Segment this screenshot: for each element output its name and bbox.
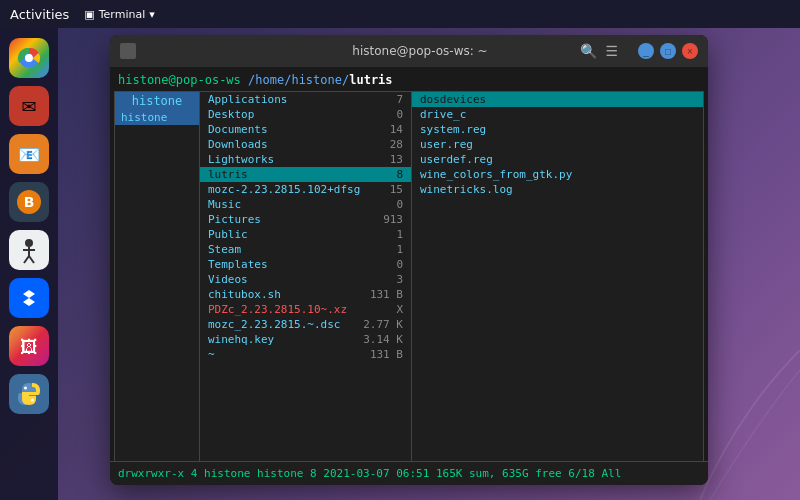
corner-design bbox=[700, 350, 800, 500]
dir-item[interactable]: winehq.key3.14 K bbox=[200, 332, 411, 347]
dir-count: 3.14 K bbox=[363, 333, 403, 346]
prompt-path: /home/histone/ bbox=[248, 73, 349, 87]
dir-count: 3 bbox=[396, 273, 403, 286]
status-text: drwxrwxr-x 4 histone histone 8 2021-03-0… bbox=[118, 467, 621, 480]
bookmarks-column: histone histone bbox=[115, 92, 200, 461]
dir-count: 131 B bbox=[370, 288, 403, 301]
dir-name: mozc_2.23.2815.~.dsc bbox=[208, 318, 340, 331]
dir-count: 1 bbox=[396, 243, 403, 256]
dir-item[interactable]: mozc_2.23.2815.~.dsc2.77 K bbox=[200, 317, 411, 332]
dir-count: 131 B bbox=[370, 348, 403, 361]
dir-name: ~ bbox=[208, 348, 215, 361]
dir-item[interactable]: chitubox.sh131 B bbox=[200, 287, 411, 302]
directories-column: Applications7Desktop0Documents14Download… bbox=[200, 92, 412, 461]
dir-name: Desktop bbox=[208, 108, 254, 121]
top-bar: Activities ▣ Terminal ▾ bbox=[0, 0, 800, 28]
dock-icon-chrome[interactable] bbox=[9, 38, 49, 78]
dir-item[interactable]: Lightworks13 bbox=[200, 152, 411, 167]
files-column: dosdevicesdrive_csystem.reguser.reguserd… bbox=[412, 92, 703, 461]
bookmark-header: histone bbox=[115, 92, 199, 110]
dir-name: Videos bbox=[208, 273, 248, 286]
prompt-host: histone@pop-os-ws bbox=[118, 73, 241, 87]
dir-count: 913 bbox=[383, 213, 403, 226]
dir-count: 28 bbox=[390, 138, 403, 151]
prompt-dir: lutris bbox=[349, 73, 392, 87]
dir-name: Pictures bbox=[208, 213, 261, 226]
dir-count: 0 bbox=[396, 198, 403, 211]
activities-button[interactable]: Activities bbox=[10, 7, 69, 22]
terminal-statusbar: drwxrwxr-x 4 histone histone 8 2021-03-0… bbox=[110, 461, 708, 485]
dir-item[interactable]: ~131 B bbox=[200, 347, 411, 362]
dock-icon-mail2[interactable]: 📧 bbox=[9, 134, 49, 174]
dir-item[interactable]: Public1 bbox=[200, 227, 411, 242]
dir-item[interactable]: Desktop0 bbox=[200, 107, 411, 122]
terminal-title-icon bbox=[120, 43, 136, 59]
svg-marker-9 bbox=[23, 290, 35, 306]
dir-item[interactable]: PDZc_2.23.2815.10~.xzX bbox=[200, 302, 411, 317]
dir-count: 13 bbox=[390, 153, 403, 166]
dir-name: Lightworks bbox=[208, 153, 274, 166]
file-item[interactable]: wine_colors_from_gtk.py bbox=[412, 167, 703, 182]
svg-point-1 bbox=[25, 54, 33, 62]
search-icon[interactable]: 🔍 bbox=[580, 43, 597, 59]
command-line: histone@pop-os-ws /home/histone/lutris bbox=[110, 67, 708, 91]
dock-icon-photos[interactable]: 🖼 bbox=[9, 326, 49, 366]
dir-name: winehq.key bbox=[208, 333, 274, 346]
dir-item[interactable]: Pictures913 bbox=[200, 212, 411, 227]
file-item[interactable]: userdef.reg bbox=[412, 152, 703, 167]
maximize-button[interactable]: □ bbox=[660, 43, 676, 59]
dir-item[interactable]: mozc-2.23.2815.102+dfsg15 bbox=[200, 182, 411, 197]
dir-count: 15 bbox=[390, 183, 403, 196]
file-item[interactable]: drive_c bbox=[412, 107, 703, 122]
dir-name: mozc-2.23.2815.102+dfsg bbox=[208, 183, 360, 196]
terminal-titlebar: histone@pop-os-ws: ~ 🔍 ☰ _ □ × bbox=[110, 35, 708, 67]
dir-count: 8 bbox=[396, 168, 403, 181]
dock-icon-python[interactable] bbox=[9, 374, 49, 414]
ranger-container: histone histone Applications7Desktop0Doc… bbox=[114, 91, 704, 461]
dir-name: Applications bbox=[208, 93, 287, 106]
dir-item[interactable]: Downloads28 bbox=[200, 137, 411, 152]
file-item[interactable]: user.reg bbox=[412, 137, 703, 152]
dock-icon-dropbox[interactable] bbox=[9, 278, 49, 318]
dir-item[interactable]: lutris8 bbox=[200, 167, 411, 182]
dir-item[interactable]: Videos3 bbox=[200, 272, 411, 287]
minimize-button[interactable]: _ bbox=[638, 43, 654, 59]
dir-item[interactable]: Templates0 bbox=[200, 257, 411, 272]
terminal-menu-icon: ▣ bbox=[84, 8, 94, 21]
terminal-window: histone@pop-os-ws: ~ 🔍 ☰ _ □ × histone@p… bbox=[110, 35, 708, 485]
terminal-menu[interactable]: ▣ Terminal ▾ bbox=[84, 8, 154, 21]
menu-icon[interactable]: ☰ bbox=[605, 43, 618, 59]
dir-name: Templates bbox=[208, 258, 268, 271]
terminal-content: histone@pop-os-ws /home/histone/lutris h… bbox=[110, 67, 708, 461]
file-item[interactable]: system.reg bbox=[412, 122, 703, 137]
dir-item[interactable]: Applications7 bbox=[200, 92, 411, 107]
dir-name: Public bbox=[208, 228, 248, 241]
dir-item[interactable]: Music0 bbox=[200, 197, 411, 212]
dock: ✉ 📧 B 🖼 bbox=[0, 28, 58, 500]
dir-item[interactable]: Steam1 bbox=[200, 242, 411, 257]
dock-icon-figure[interactable] bbox=[9, 230, 49, 270]
svg-line-8 bbox=[29, 256, 34, 263]
dir-count: 7 bbox=[396, 93, 403, 106]
dir-count: 1 bbox=[396, 228, 403, 241]
dir-name: Steam bbox=[208, 243, 241, 256]
dir-count: 2.77 K bbox=[363, 318, 403, 331]
dir-item[interactable]: Documents14 bbox=[200, 122, 411, 137]
svg-line-7 bbox=[24, 256, 29, 263]
dock-icon-blender[interactable]: B bbox=[9, 182, 49, 222]
terminal-menu-arrow: ▾ bbox=[149, 8, 155, 21]
terminal-menu-label: Terminal bbox=[99, 8, 146, 21]
file-item[interactable]: winetricks.log bbox=[412, 182, 703, 197]
dir-count: 0 bbox=[396, 108, 403, 121]
close-button[interactable]: × bbox=[682, 43, 698, 59]
svg-point-11 bbox=[31, 399, 34, 402]
desktop: Activities ▣ Terminal ▾ ✉ 📧 B 🖼 bbox=[0, 0, 800, 500]
dir-name: chitubox.sh bbox=[208, 288, 281, 301]
svg-point-4 bbox=[25, 239, 33, 247]
dir-count: 14 bbox=[390, 123, 403, 136]
bookmark-item-histone[interactable]: histone bbox=[115, 110, 199, 125]
dir-name: PDZc_2.23.2815.10~.xz bbox=[208, 303, 347, 316]
dir-count: X bbox=[396, 303, 403, 316]
dock-icon-mail[interactable]: ✉ bbox=[9, 86, 49, 126]
file-item[interactable]: dosdevices bbox=[412, 92, 703, 107]
